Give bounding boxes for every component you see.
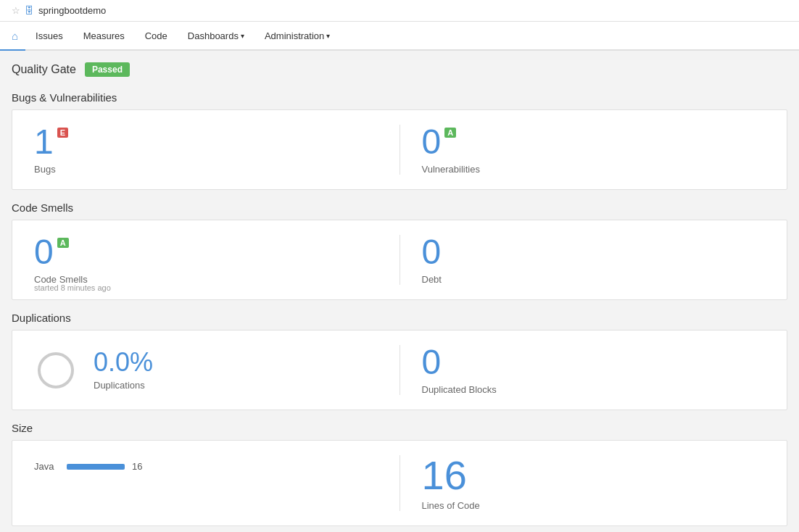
duplications-title: Duplications bbox=[12, 312, 787, 324]
code-smells-title: Code Smells bbox=[12, 201, 787, 214]
db-icon: 🗄 bbox=[25, 5, 34, 16]
card-divider-4 bbox=[400, 455, 400, 511]
main-content: Quality Gate Passed Bugs & Vulnerabiliti… bbox=[0, 51, 799, 532]
java-bar-value: 16 bbox=[132, 461, 142, 472]
lines-of-code-value: 16 bbox=[422, 455, 467, 496]
code-smells-card: 0 A Code Smells 0 Debt started 8 minutes… bbox=[12, 220, 787, 300]
duplications-metric: 0.0% Duplications bbox=[34, 345, 378, 395]
smells-metric: 0 A Code Smells bbox=[34, 235, 378, 285]
nav-home[interactable]: ⌂ bbox=[0, 22, 25, 51]
administration-caret: ▾ bbox=[326, 32, 330, 40]
bugs-label: Bugs bbox=[34, 164, 56, 175]
debt-metric: 0 Debt bbox=[422, 235, 766, 285]
bugs-vulnerabilities-section: Bugs & Vulnerabilities 1 E Bugs 0 A bbox=[12, 91, 787, 190]
bugs-metric: 1 E Bugs bbox=[34, 125, 378, 175]
dashboards-caret: ▾ bbox=[241, 32, 244, 40]
vulnerabilities-badge: A bbox=[444, 128, 456, 138]
card-divider-2 bbox=[400, 235, 400, 285]
bugs-vulnerabilities-card: 1 E Bugs 0 A Vulnerabilities bbox=[12, 109, 787, 190]
nav-code[interactable]: Code bbox=[135, 22, 178, 51]
duplications-section: Duplications 0.0% Duplications 0 Duplica… bbox=[12, 312, 787, 410]
quality-gate-status: Passed bbox=[85, 62, 130, 77]
quality-gate-row: Quality Gate Passed bbox=[12, 62, 787, 77]
duplicated-blocks-metric: 0 Duplicated Blocks bbox=[422, 345, 766, 395]
vulnerabilities-label: Vulnerabilities bbox=[422, 164, 480, 175]
size-section: Size Java 16 16 Lines of Code bbox=[12, 422, 787, 526]
nav-dashboards[interactable]: Dashboards ▾ bbox=[178, 22, 254, 51]
size-card: Java 16 16 Lines of Code bbox=[12, 440, 787, 526]
lines-of-code-label: Lines of Code bbox=[422, 500, 480, 511]
duplicated-blocks-value: 0 bbox=[422, 345, 442, 380]
donut-chart bbox=[34, 349, 78, 392]
project-title: ☆ 🗄 springbootdemo bbox=[12, 5, 106, 16]
star-icon[interactable]: ☆ bbox=[12, 5, 20, 16]
size-title: Size bbox=[12, 422, 787, 434]
lines-of-code-metric: 16 Lines of Code bbox=[422, 455, 766, 511]
java-lang-label: Java bbox=[34, 461, 59, 472]
vulnerabilities-metric: 0 A Vulnerabilities bbox=[422, 125, 766, 175]
bugs-value: 1 bbox=[34, 125, 54, 159]
home-icon: ⌂ bbox=[12, 30, 18, 42]
duplications-card: 0.0% Duplications 0 Duplicated Blocks bbox=[12, 330, 787, 410]
nav-issues[interactable]: Issues bbox=[25, 22, 73, 51]
smells-value: 0 bbox=[34, 235, 54, 270]
nav-measures[interactable]: Measures bbox=[73, 22, 135, 51]
duplicated-blocks-label: Duplicated Blocks bbox=[422, 384, 497, 395]
duplications-value: 0.0% bbox=[94, 349, 153, 375]
vulnerabilities-value: 0 bbox=[422, 125, 442, 159]
duplications-label: Duplications bbox=[94, 380, 145, 391]
size-languages-metric: Java 16 bbox=[34, 455, 378, 511]
bugs-badge: E bbox=[57, 128, 68, 138]
quality-gate-label: Quality Gate bbox=[12, 63, 76, 76]
donut-circle bbox=[38, 352, 74, 388]
code-smells-section: Code Smells 0 A Code Smells 0 Debt start… bbox=[12, 201, 787, 300]
timestamp: started 8 minutes ago bbox=[34, 283, 111, 292]
java-bar-row: Java 16 bbox=[34, 461, 142, 472]
card-divider-3 bbox=[400, 345, 400, 395]
java-bar bbox=[67, 464, 125, 470]
card-divider bbox=[400, 125, 400, 175]
project-name: springbootdemo bbox=[38, 5, 106, 16]
debt-value: 0 bbox=[422, 235, 442, 270]
debt-label: Debt bbox=[422, 274, 442, 285]
bugs-vulnerabilities-title: Bugs & Vulnerabilities bbox=[12, 91, 787, 104]
top-bar: ☆ 🗄 springbootdemo bbox=[0, 0, 799, 22]
nav-administration[interactable]: Administration ▾ bbox=[254, 22, 340, 51]
smells-badge: A bbox=[57, 238, 69, 248]
main-nav: ⌂ Issues Measures Code Dashboards ▾ Admi… bbox=[0, 22, 799, 51]
